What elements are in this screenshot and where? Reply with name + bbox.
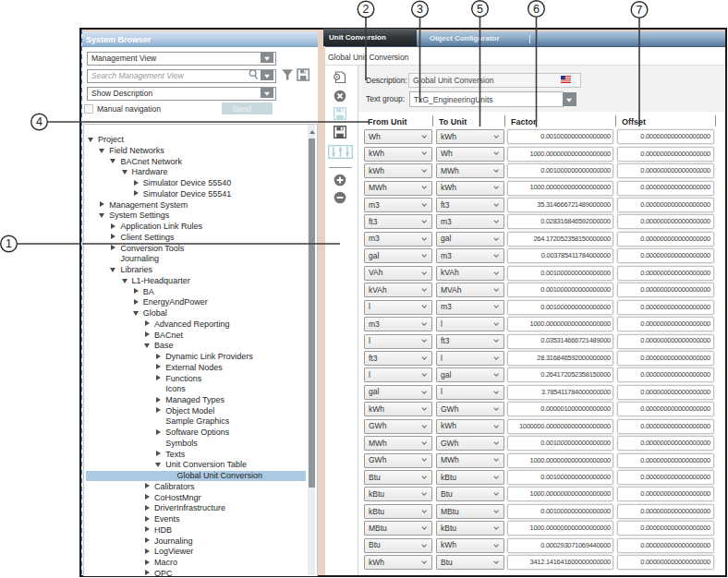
svg-text:4: 4 <box>36 115 42 128</box>
svg-text:1: 1 <box>6 237 12 250</box>
svg-text:6: 6 <box>533 3 540 16</box>
svg-text:2: 2 <box>363 3 370 16</box>
svg-text:7: 7 <box>637 4 643 17</box>
svg-text:3: 3 <box>417 3 423 16</box>
svg-text:5: 5 <box>477 3 483 16</box>
